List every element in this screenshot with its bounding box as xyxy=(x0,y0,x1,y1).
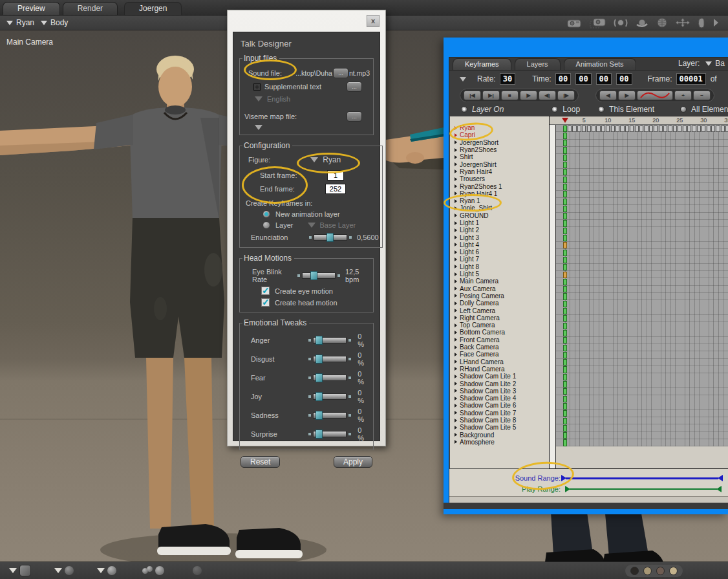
keyframe-cell[interactable] xyxy=(587,126,591,132)
actor-dropdown[interactable]: Ryan xyxy=(6,18,34,27)
element-lhand-camera[interactable]: LHand Camera xyxy=(450,358,549,366)
keyframe-cell[interactable] xyxy=(563,272,567,278)
element-light-4[interactable]: Light 4 xyxy=(450,241,549,248)
keyframe-cell[interactable] xyxy=(620,126,624,132)
element-posing-camera[interactable]: Posing Camera xyxy=(450,292,549,300)
expand-plus-icon[interactable] xyxy=(253,83,261,91)
keyframe-cell[interactable] xyxy=(611,126,615,132)
sound-file-browse-button[interactable]: ... xyxy=(333,68,348,78)
hand-camera-icon[interactable] xyxy=(697,17,706,28)
keyframe-cell[interactable] xyxy=(707,126,711,132)
document-color-3[interactable] xyxy=(656,567,665,575)
language-dropdown[interactable]: English xyxy=(255,95,370,103)
expand-triangle-icon[interactable] xyxy=(455,272,457,276)
keyframe-cell[interactable] xyxy=(644,126,648,132)
step-back-button[interactable]: ◀| xyxy=(539,91,556,100)
sadness-slider[interactable] xyxy=(308,412,351,419)
element-ryan[interactable]: Ryan xyxy=(450,124,549,131)
keyframe-cell[interactable] xyxy=(725,126,728,132)
keyframe-cell[interactable] xyxy=(697,126,701,132)
fear-slider[interactable] xyxy=(308,375,351,381)
expand-triangle-icon[interactable] xyxy=(455,353,457,356)
keyframe-cell[interactable] xyxy=(563,345,567,351)
keyframe-cell[interactable] xyxy=(678,126,681,132)
keyframe-cell[interactable] xyxy=(563,235,567,241)
expand-triangle-icon[interactable] xyxy=(455,199,457,203)
expand-arrow-icon[interactable] xyxy=(712,18,719,27)
expand-triangle-icon[interactable] xyxy=(455,360,457,364)
apply-button[interactable]: Apply xyxy=(334,456,372,468)
tab-joergen[interactable]: Joergen xyxy=(124,2,182,15)
step-forward-button[interactable]: |▶ xyxy=(557,91,575,100)
play-button[interactable]: ▶ xyxy=(520,91,537,100)
expand-triangle-icon[interactable] xyxy=(455,155,457,159)
element-joergenshirt[interactable]: JoergenShirt xyxy=(450,160,549,168)
keyframe-cell[interactable] xyxy=(563,133,567,139)
keyframe-cell[interactable] xyxy=(563,279,567,285)
face-camera-icon[interactable] xyxy=(566,17,583,28)
keyframe-cell[interactable] xyxy=(659,126,663,132)
expand-triangle-icon[interactable] xyxy=(455,133,457,137)
keyframe-cell[interactable] xyxy=(625,126,629,132)
element-shadow-cam-lite-1[interactable]: Shadow Cam Lite 1 xyxy=(450,373,549,380)
element-top-camera[interactable]: Top Camera xyxy=(450,322,549,329)
element-shadow-cam-lite-4[interactable]: Shadow Cam Lite 4 xyxy=(450,395,549,402)
expand-triangle-icon[interactable] xyxy=(455,250,457,254)
expand-triangle-icon[interactable] xyxy=(455,397,457,400)
element-right-camera[interactable]: Right Camera xyxy=(450,314,549,322)
keyframe-cell[interactable] xyxy=(592,126,595,132)
element-shadow-cam-lite-8[interactable]: Shadow Cam Lite 8 xyxy=(450,417,549,424)
keyframe-cell[interactable] xyxy=(563,213,567,219)
element-aux-camera[interactable]: Aux Camera xyxy=(450,285,549,292)
keyframe-cell[interactable] xyxy=(563,315,567,322)
expand-triangle-icon[interactable] xyxy=(455,345,457,349)
select-camera-icon[interactable] xyxy=(590,17,606,28)
expand-triangle-icon[interactable] xyxy=(455,375,457,378)
document-color-1[interactable] xyxy=(630,567,639,575)
tab-preview[interactable]: Preview xyxy=(3,2,60,15)
keyframe-cell[interactable] xyxy=(563,352,567,358)
expand-triangle-icon[interactable] xyxy=(455,148,457,152)
keyframe-cell[interactable] xyxy=(563,206,567,212)
keyframe-cell[interactable] xyxy=(635,126,639,132)
keyframe-cell[interactable] xyxy=(601,126,605,132)
element-light-3[interactable]: Light 3 xyxy=(450,234,549,241)
start-frame-input[interactable] xyxy=(327,170,344,180)
keyframe-cell[interactable] xyxy=(582,126,586,132)
surprise-slider[interactable] xyxy=(308,431,351,437)
keyframe-cell[interactable] xyxy=(563,286,567,292)
expand-triangle-icon[interactable] xyxy=(455,382,457,386)
element-ryan2shoes[interactable]: Ryan2Shoes xyxy=(450,146,549,153)
expand-triangle-icon[interactable] xyxy=(455,389,457,393)
element-shadow-cam-lite-6[interactable]: Shadow Cam Lite 6 xyxy=(450,402,549,409)
expand-triangle-icon[interactable] xyxy=(455,287,457,290)
expand-triangle-icon[interactable] xyxy=(455,323,457,327)
keyframe-cell[interactable] xyxy=(563,403,567,410)
element-left-camera[interactable]: Left Camera xyxy=(450,307,549,314)
expand-triangle-icon[interactable] xyxy=(455,440,457,444)
element-jonie-shirt[interactable]: Jonie_Shirt xyxy=(450,204,549,212)
expand-triangle-icon[interactable] xyxy=(455,243,457,246)
element-light-7[interactable]: Light 7 xyxy=(450,256,549,263)
keyframe-cell[interactable] xyxy=(563,337,567,344)
spline-section-button[interactable] xyxy=(637,91,673,100)
element-dolly-camera[interactable]: Dolly Camera xyxy=(450,300,549,307)
element-back-camera[interactable]: Back Camera xyxy=(450,344,549,351)
keyframe-cell[interactable] xyxy=(711,126,715,132)
keyframe-cell[interactable] xyxy=(606,126,610,132)
document-color-2[interactable] xyxy=(643,567,652,575)
keyframe-cell[interactable] xyxy=(563,359,567,366)
viseme-map-browse-button[interactable]: ... xyxy=(347,111,362,122)
keyframe-cell[interactable] xyxy=(563,432,567,439)
element-light-2[interactable]: Light 2 xyxy=(450,226,549,234)
expand-triangle-icon[interactable] xyxy=(455,126,457,130)
keyframe-cell[interactable] xyxy=(563,228,567,234)
keyframe-cell[interactable] xyxy=(716,126,720,132)
smooth-shaded-icon[interactable] xyxy=(142,566,164,575)
expand-triangle-icon[interactable] xyxy=(455,265,457,268)
go-to-start-button[interactable]: |◀ xyxy=(464,91,481,100)
box-style-dropdown-icon[interactable] xyxy=(9,568,17,573)
keyframe-cell[interactable] xyxy=(668,126,672,132)
keyframe-cell[interactable] xyxy=(563,257,567,263)
frame-value[interactable]: 00001 xyxy=(676,73,706,85)
